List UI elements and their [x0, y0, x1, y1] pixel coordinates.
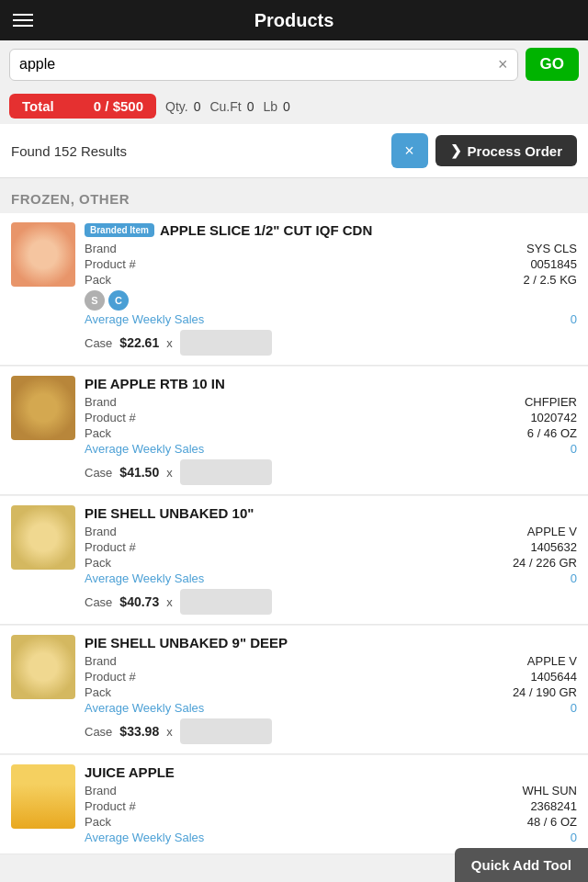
product-image	[11, 222, 75, 287]
product-num-value: 2368241	[530, 799, 577, 813]
results-header: Found 152 Results × ❯ Process Order	[0, 124, 588, 178]
process-chevron: ❯	[450, 142, 462, 159]
case-price: $22.61	[119, 335, 159, 350]
product-num-label: Product #	[85, 257, 136, 271]
case-label: Case	[85, 595, 112, 609]
pack-label: Pack	[85, 685, 111, 699]
case-price: $40.73	[119, 594, 159, 609]
product-info: PIE SHELL UNBAKED 9" DEEP Brand APPLE V …	[85, 635, 577, 744]
qty-input[interactable]	[180, 330, 272, 356]
case-label: Case	[85, 725, 112, 739]
product-name: PIE SHELL UNBAKED 9" DEEP	[85, 635, 288, 651]
search-bar: × GO	[0, 40, 588, 88]
product-card: PIE SHELL UNBAKED 9" DEEP Brand APPLE V …	[0, 626, 588, 754]
brand-label: Brand	[85, 242, 117, 255]
brand-value: APPLE V	[527, 525, 577, 538]
cuft-item: Cu.Ft 0	[209, 99, 254, 114]
total-value: 0 / $500	[94, 98, 143, 114]
quick-add-tool[interactable]: Quick Add Tool	[455, 848, 588, 882]
search-clear-icon[interactable]: ×	[498, 55, 508, 74]
qty-item: Qty. 0	[165, 99, 200, 114]
total-label: Total	[22, 98, 54, 114]
brand-label: Brand	[85, 654, 117, 668]
results-actions: × ❯ Process Order	[391, 133, 577, 168]
product-name: APPLE SLICE 1/2" CUT IQF CDN	[160, 222, 372, 239]
case-x: x	[166, 466, 173, 480]
clear-button[interactable]: ×	[391, 133, 428, 168]
pack-value: 24 / 190 GR	[513, 685, 577, 699]
pack-value: 48 / 6 OZ	[527, 815, 577, 829]
lb-value: 0	[283, 99, 290, 114]
qty-value: 0	[194, 99, 201, 114]
avg-label[interactable]: Average Weekly Sales	[85, 571, 204, 585]
qty-label: Qty.	[165, 99, 188, 114]
brand-value: CHFPIER	[525, 395, 577, 409]
case-price: $33.98	[119, 724, 159, 739]
product-num-label: Product #	[85, 670, 136, 684]
product-num-value: 0051845	[530, 257, 577, 271]
qty-input[interactable]	[180, 589, 272, 615]
product-card: PIE APPLE RTB 10 IN Brand CHFPIER Produc…	[0, 367, 588, 495]
totals-bar: Total 0 / $500 Qty. 0 Cu.Ft 0 Lb 0	[0, 88, 588, 124]
product-num-value: 1405644	[530, 670, 577, 684]
product-name: JUICE APPLE	[85, 764, 175, 781]
case-x: x	[166, 595, 173, 609]
product-num-label: Product #	[85, 799, 136, 813]
avg-label[interactable]: Average Weekly Sales	[85, 831, 204, 844]
product-num-label: Product #	[85, 540, 136, 554]
menu-button[interactable]	[13, 14, 33, 27]
brand-label: Brand	[85, 525, 117, 538]
search-input-wrap: ×	[9, 49, 518, 81]
case-x: x	[166, 725, 173, 739]
product-num-label: Product #	[85, 411, 136, 424]
product-num-value: 1405632	[530, 540, 577, 554]
product-info: JUICE APPLE Brand WHL SUN Product # 2368…	[85, 764, 577, 844]
avg-value: 0	[571, 571, 577, 585]
pack-value: 24 / 226 GR	[513, 556, 577, 570]
header: Products	[0, 0, 588, 40]
qty-input[interactable]	[180, 459, 272, 485]
pack-label: Pack	[85, 426, 111, 440]
pack-label: Pack	[85, 815, 111, 829]
case-label: Case	[85, 466, 112, 480]
product-card: PIE SHELL UNBAKED 10" Brand APPLE V Prod…	[0, 496, 588, 625]
avg-label[interactable]: Average Weekly Sales	[85, 312, 204, 326]
total-badge: Total 0 / $500	[9, 94, 156, 119]
pack-label: Pack	[85, 273, 111, 287]
product-image	[11, 764, 75, 829]
avg-label[interactable]: Average Weekly Sales	[85, 701, 204, 715]
avg-value: 0	[571, 442, 577, 456]
product-info: PIE SHELL UNBAKED 10" Brand APPLE V Prod…	[85, 505, 577, 615]
go-button[interactable]: GO	[526, 48, 579, 81]
product-num-value: 1020742	[530, 411, 577, 424]
pack-value: 6 / 46 OZ	[527, 426, 577, 440]
process-label: Process Order	[468, 143, 562, 159]
pack-value: 2 / 2.5 KG	[523, 273, 577, 287]
avatar-c: C	[108, 290, 129, 311]
page-title: Products	[254, 10, 334, 31]
brand-label: Brand	[85, 784, 117, 797]
product-image	[11, 635, 75, 699]
pack-label: Pack	[85, 556, 111, 570]
product-list: FROZEN, OTHER Branded Item APPLE SLICE 1…	[0, 178, 588, 855]
avatar-s: S	[85, 290, 105, 311]
case-x: x	[166, 336, 173, 350]
avg-value: 0	[571, 701, 577, 715]
process-order-button[interactable]: ❯ Process Order	[435, 135, 577, 166]
avg-value: 0	[571, 312, 577, 326]
avg-label[interactable]: Average Weekly Sales	[85, 442, 204, 456]
lb-item: Lb 0	[263, 99, 289, 114]
qty-input[interactable]	[180, 718, 272, 744]
results-count: Found 152 Results	[11, 143, 127, 159]
product-card: Branded Item APPLE SLICE 1/2" CUT IQF CD…	[0, 213, 588, 366]
lb-label: Lb	[263, 99, 277, 114]
brand-value: SYS CLS	[526, 242, 577, 255]
search-input[interactable]	[19, 56, 498, 73]
product-image	[11, 505, 75, 570]
cuft-value: 0	[247, 99, 254, 114]
brand-value: WHL SUN	[523, 784, 577, 797]
branded-badge: Branded Item	[85, 223, 154, 237]
product-name: PIE APPLE RTB 10 IN	[85, 376, 225, 392]
cuft-label: Cu.Ft	[209, 99, 241, 114]
section-header: FROZEN, OTHER	[0, 178, 588, 212]
